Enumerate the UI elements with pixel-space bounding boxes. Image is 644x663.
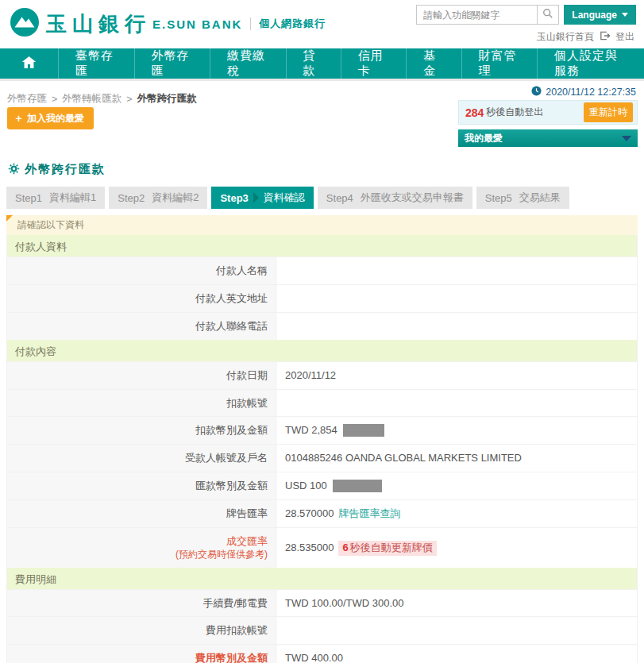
row-value: 28.535000 6秒後自動更新牌價 [277, 528, 637, 567]
nav-item-twd-deposit[interactable]: 臺幣存匯 [58, 48, 134, 79]
add-favorite-button[interactable]: ＋ 加入我的最愛 [7, 107, 94, 129]
auto-logout-countdown: 284 秒後自動登出 重新計時 [458, 100, 638, 125]
board-rate-inquiry-link[interactable]: 牌告匯率查詢 [338, 507, 400, 521]
step-label: 交易結果 [519, 191, 561, 205]
main-content: 外幣跨行匯款 Step1 資料編輯1 Step2 資料編輯2 Step3 資料確… [0, 151, 644, 663]
main-nav: 臺幣存匯 外幣存匯 繳費繳稅 貸款 信用卡 基金 財富管理 個人設定與服務 [0, 48, 644, 81]
bank-name-en: E.SUN BANK [152, 17, 242, 31]
timestamp: 2020/11/12 12:27:35 [531, 86, 636, 98]
deal-rate-label-note: (預約交易時僅供參考) [13, 549, 268, 561]
section-header-payment: 付款內容 [7, 340, 637, 361]
language-label: Language [572, 10, 617, 21]
row-value [277, 390, 637, 417]
row-label: 成交匯率 (預約交易時僅供參考) [7, 528, 277, 567]
deal-rate-label: 成交匯率 [226, 535, 268, 547]
table-row-payer-address: 付款人英文地址 [7, 284, 637, 312]
board-rate-text: 28.570000 [285, 507, 334, 521]
countdown-seconds: 284 [465, 106, 484, 119]
table-row-remit-amount: 匯款幣別及金額 USD 100 [7, 472, 637, 499]
table-row-beneficiary: 受款人帳號及戶名 0104885246 OANDA GLOBAL MARKETS… [7, 444, 637, 472]
step-indicator: Step1 資料編輯1 Step2 資料編輯2 Step3 資料確認 Step4… [6, 187, 638, 209]
table-row-fee-amount: 費用幣別及金額 TWD 400.00 [7, 644, 637, 663]
nav-item-wealth[interactable]: 財富管理 [461, 48, 538, 79]
nav-home-button[interactable] [0, 48, 58, 79]
nav-item-credit-card[interactable]: 信用卡 [341, 48, 406, 79]
esun-mountain-logo-icon [10, 7, 40, 40]
nav-item-loan[interactable]: 貸款 [286, 48, 341, 79]
step-3-active: Step3 資料確認 [211, 187, 313, 209]
header-search-area: Language [416, 5, 636, 25]
confirm-notice: 請確認以下資料 [6, 215, 638, 235]
refresh-text: 秒後自動更新牌價 [350, 542, 433, 553]
brand-divider [250, 17, 251, 30]
section-header-payer-info: 付款人資料 [7, 235, 637, 256]
row-label: 費用扣款帳號 [7, 617, 277, 644]
logout-icon [599, 30, 611, 44]
nav-item-fx-deposit[interactable]: 外幣存匯 [134, 48, 210, 79]
row-label: 付款日期 [7, 362, 277, 389]
page-title-text: 外幣跨行匯款 [25, 162, 106, 177]
reset-timer-button[interactable]: 重新計時 [584, 102, 633, 122]
clock-icon [531, 86, 542, 98]
table-row-payment-date: 付款日期 2020/11/12 [7, 361, 637, 389]
table-row-board-rate: 牌告匯率 28.570000 牌告匯率查詢 [7, 499, 637, 527]
section-header-fees: 費用明細 [7, 568, 637, 589]
step-label: 外匯收支或交易申報書 [361, 191, 464, 205]
search-icon [542, 8, 553, 21]
row-label: 付款人聯絡電話 [7, 313, 277, 340]
home-icon [21, 56, 37, 71]
nav-item-personal-settings[interactable]: 個人設定與服務 [537, 48, 644, 79]
table-row-fee-account: 費用扣款帳號 [7, 616, 637, 644]
table-row-debit-account: 扣款帳號 [7, 389, 637, 417]
table-row-payer-phone: 付款人聯絡電話 [7, 312, 637, 340]
row-value: 0104885246 OANDA GLOBAL MARKETS LIMITED [277, 445, 637, 472]
step-number: Step5 [485, 192, 512, 204]
row-label: 扣款帳號 [7, 390, 277, 417]
timestamp-text: 2020/11/12 12:27:35 [546, 87, 636, 98]
row-label: 付款人英文地址 [7, 285, 277, 312]
nav-item-fund[interactable]: 基金 [406, 48, 461, 79]
redaction-box [343, 424, 384, 437]
debit-amount-text: TWD 2,854 [285, 424, 337, 438]
language-button[interactable]: Language [564, 5, 636, 25]
step-1: Step1 資料編輯1 [6, 187, 105, 209]
search-button[interactable] [537, 5, 559, 25]
deal-rate-text: 28.535000 [285, 542, 334, 555]
countdown-text: 秒後自動登出 [486, 106, 543, 119]
header-links: 玉山銀行首頁 登出 [537, 30, 634, 44]
remit-amount-text: USD 100 [285, 480, 327, 493]
logout-link[interactable]: 登出 [615, 30, 634, 44]
row-label: 手續費/郵電費 [7, 590, 277, 617]
row-label: 扣款幣別及金額 [7, 417, 277, 444]
step-number: Step2 [118, 192, 145, 204]
chevron-down-icon [622, 13, 628, 17]
step-label: 資料編輯2 [152, 191, 199, 205]
step-arrow-icon [253, 192, 259, 203]
upper-strip: 外幣存匯 > 外幣轉帳匯款 > 外幣跨行匯款 ＋ 加入我的最愛 2020/11/… [0, 81, 644, 151]
row-value: TWD 2,854 [277, 417, 637, 444]
nav-item-pay-tax[interactable]: 繳費繳稅 [210, 48, 286, 79]
search-input[interactable] [416, 5, 537, 25]
breadcrumb-fx-transfer[interactable]: 外幣轉帳匯款 [62, 92, 121, 106]
plus-icon: ＋ [13, 111, 24, 125]
breadcrumb: 外幣存匯 > 外幣轉帳匯款 > 外幣跨行匯款 [7, 92, 197, 106]
rate-refresh-note: 6秒後自動更新牌價 [338, 541, 436, 556]
row-value: 28.570000 牌告匯率查詢 [277, 500, 637, 527]
row-label: 付款人名稱 [7, 257, 277, 284]
breadcrumb-fx-deposit[interactable]: 外幣存匯 [7, 92, 47, 106]
bank-home-link[interactable]: 玉山銀行首頁 [537, 30, 594, 44]
table-row-debit-amount: 扣款幣別及金額 TWD 2,854 [7, 416, 637, 444]
my-favorites-bar[interactable]: 我的最愛 [458, 129, 638, 147]
breadcrumb-separator: > [126, 94, 132, 105]
page: 玉山銀行 E.SUN BANK 個人網路銀行 Language 玉山銀行首頁 登… [0, 0, 644, 663]
step-number: Step4 [326, 192, 353, 204]
refresh-seconds: 6 [342, 542, 348, 553]
row-label: 牌告匯率 [7, 500, 277, 527]
table-row-payer-name: 付款人名稱 [7, 256, 637, 284]
row-value [277, 257, 637, 284]
portal-name: 個人網路銀行 [259, 17, 326, 31]
row-label: 匯款幣別及金額 [7, 472, 277, 499]
confirmation-table: 付款人資料 付款人名稱 付款人英文地址 付款人聯絡電話 付款內容 付款日期 20… [6, 235, 638, 663]
row-value [277, 313, 637, 340]
step-4: Step4 外匯收支或交易申報書 [318, 187, 472, 209]
